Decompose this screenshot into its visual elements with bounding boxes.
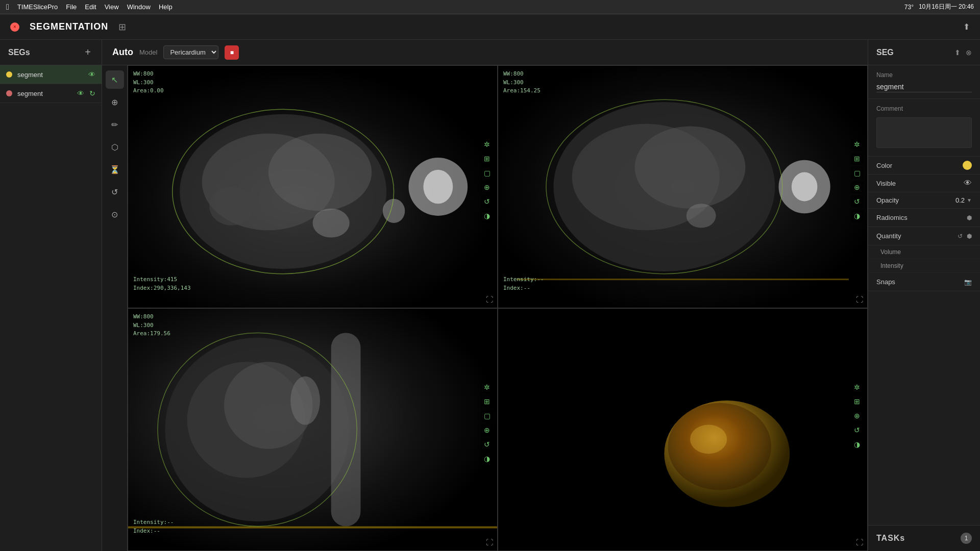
auto-label: Auto xyxy=(112,47,133,58)
expand-tr[interactable]: ⛶ xyxy=(856,295,863,304)
svg-rect-23 xyxy=(331,333,361,526)
index-tr: Index:-- xyxy=(503,284,544,293)
vp-tool-grid-bl[interactable]: ⊞ xyxy=(481,395,493,408)
vp-tool-plus-bl[interactable]: ⊕ xyxy=(481,424,493,436)
segment-item-2[interactable]: segment 👁 ↻ xyxy=(0,84,102,103)
comment-input[interactable] xyxy=(876,117,972,148)
ww-tl: WW:800 xyxy=(133,70,164,79)
viewport-tools-bl: ✲ ⊞ ▢ ⊕ ↺ ◑ xyxy=(481,381,493,465)
tool-measure[interactable]: ⏳ xyxy=(106,160,124,179)
layout-icon[interactable]: ⊞ xyxy=(118,21,126,33)
viewport-top-right[interactable]: WW:800 WL:300 Area:154.25 Intensity:-- I… xyxy=(498,65,868,308)
quantity-icon[interactable]: ⬢ xyxy=(967,233,972,240)
opacity-value[interactable]: 0.2 ▼ xyxy=(955,196,972,204)
app-name-menu[interactable]: TIMESlicePro xyxy=(17,3,58,11)
name-label: Name xyxy=(876,71,972,79)
snaps-label: Snaps xyxy=(876,278,960,286)
viewport-info-tl: WW:800 WL:300 Area:0.00 xyxy=(133,70,164,95)
window-menu[interactable]: Window xyxy=(127,3,151,11)
svg-point-7 xyxy=(313,209,350,238)
snaps-row: Snaps 📷 xyxy=(868,273,980,291)
vp-tool-square-tl[interactable]: ▢ xyxy=(481,167,493,179)
viewport-grid: WW:800 WL:300 Area:0.00 Intensity:415 In… xyxy=(128,65,868,551)
seg-panel-delete[interactable]: ⊗ xyxy=(966,48,972,57)
vp-tool-plus-tr[interactable]: ⊕ xyxy=(851,181,863,193)
expand-3d[interactable]: ⛶ xyxy=(856,538,863,546)
tool-circle[interactable]: ⊙ xyxy=(106,205,124,223)
vp-tool-scatter-3d[interactable]: ✲ xyxy=(851,381,863,393)
svg-rect-18 xyxy=(517,279,849,280)
segment-refresh-2[interactable]: ↻ xyxy=(89,89,95,97)
ct-scan-tl xyxy=(128,66,497,308)
quantity-refresh[interactable]: ↺ xyxy=(958,233,963,240)
svg-point-16 xyxy=(687,204,716,228)
vp-tool-plus-tl[interactable]: ⊕ xyxy=(481,181,493,193)
vp-tool-scatter-tl[interactable]: ✲ xyxy=(481,138,493,151)
visible-toggle[interactable]: 👁 xyxy=(964,179,972,188)
panel-comment-section: Comment xyxy=(868,99,980,157)
viewport-top-left[interactable]: WW:800 WL:300 Area:0.00 Intensity:415 In… xyxy=(128,65,498,308)
expand-tl[interactable]: ⛶ xyxy=(486,295,493,304)
tool-polygon[interactable]: ⬡ xyxy=(106,138,124,156)
edit-menu[interactable]: Edit xyxy=(85,3,96,11)
record-button[interactable]: ■ xyxy=(225,45,239,60)
vp-tool-scatter-tr[interactable]: ✲ xyxy=(851,138,863,151)
model-select[interactable]: Pericardium xyxy=(163,45,218,59)
app-title: SEGMENTATION xyxy=(30,21,108,32)
wl-tr: WL:300 xyxy=(503,79,541,87)
svg-rect-25 xyxy=(128,527,497,529)
volume-item[interactable]: Volume xyxy=(868,245,980,259)
vp-tool-contrast-3d[interactable]: ◑ xyxy=(851,438,863,450)
close-button[interactable]: × xyxy=(10,22,19,32)
vp-tool-reset-tl[interactable]: ↺ xyxy=(481,195,493,208)
vp-tool-grid-tr[interactable]: ⊞ xyxy=(851,153,863,165)
file-menu[interactable]: File xyxy=(66,3,77,11)
viewport-bottom-left[interactable]: WW:800 WL:300 Area:179.56 Intensity:-- I… xyxy=(128,308,498,551)
tasks-button[interactable]: TASKs 1 xyxy=(868,525,980,551)
add-segment-button[interactable]: + xyxy=(82,47,93,58)
ct-scan-tr xyxy=(498,66,867,308)
vp-tool-reset-bl[interactable]: ↺ xyxy=(481,438,493,450)
area-tl: Area:0.00 xyxy=(133,87,164,95)
segment-item-1[interactable]: segment 👁 xyxy=(0,65,102,84)
seg-panel-upload[interactable]: ⬆ xyxy=(954,48,961,57)
snaps-icon[interactable]: 📷 xyxy=(964,279,972,286)
apple-menu[interactable]:  xyxy=(6,3,9,12)
segment-eye-1[interactable]: 👁 xyxy=(88,70,95,79)
seg-panel: SEG ⬆ ⊗ Name Comment Color Visible xyxy=(868,40,980,551)
segment-eye-2[interactable]: 👁 xyxy=(77,89,84,97)
wl-bl: WL:300 xyxy=(133,321,170,330)
name-input[interactable] xyxy=(876,82,972,92)
vp-tool-reset-3d[interactable]: ↺ xyxy=(851,424,863,436)
vp-tool-contrast-tl[interactable]: ◑ xyxy=(481,210,493,222)
vp-tool-contrast-tr[interactable]: ◑ xyxy=(851,210,863,222)
app-window: × SEGMENTATION ⊞ ⬆ SEGs + segment 👁 segm xyxy=(0,14,980,551)
view-menu[interactable]: View xyxy=(105,3,119,11)
vp-tool-square-tr[interactable]: ▢ xyxy=(851,167,863,179)
viewport-tools-tr: ✲ ⊞ ▢ ⊕ ↺ ◑ xyxy=(851,138,863,222)
vp-tool-scatter-bl[interactable]: ✲ xyxy=(481,381,493,393)
export-button[interactable]: ⬆ xyxy=(963,22,970,32)
intensity-bl: Intensity:-- xyxy=(133,518,174,527)
ww-tr: WW:800 xyxy=(503,70,541,79)
color-swatch[interactable] xyxy=(963,161,972,170)
viewport-3d[interactable]: ✲ ⊞ ⊕ ↺ ◑ ⛶ xyxy=(498,308,868,551)
tool-select[interactable]: ↖ xyxy=(106,70,124,89)
vp-tool-plus-3d[interactable]: ⊕ xyxy=(851,410,863,422)
index-tl: Index:290,336,143 xyxy=(133,284,191,293)
tool-rotate[interactable]: ↺ xyxy=(106,183,124,201)
tool-draw[interactable]: ✏ xyxy=(106,115,124,134)
viewport-info-tr: WW:800 WL:300 Area:154.25 xyxy=(503,70,541,95)
vp-tool-reset-tr[interactable]: ↺ xyxy=(851,195,863,208)
tool-crosshair[interactable]: ⊕ xyxy=(106,93,124,111)
vp-tool-contrast-bl[interactable]: ◑ xyxy=(481,453,493,465)
expand-bl[interactable]: ⛶ xyxy=(486,538,493,546)
help-menu[interactable]: Help xyxy=(159,3,173,11)
vp-tool-grid-tl[interactable]: ⊞ xyxy=(481,153,493,165)
vp-tool-square-bl[interactable]: ▢ xyxy=(481,410,493,422)
radiomics-icon[interactable]: ⬢ xyxy=(967,214,972,221)
vp-tool-grid-3d[interactable]: ⊞ xyxy=(851,395,863,408)
intensity-item[interactable]: Intensity xyxy=(868,259,980,273)
opacity-label: Opacity xyxy=(876,196,899,204)
area-tr: Area:154.25 xyxy=(503,87,541,95)
